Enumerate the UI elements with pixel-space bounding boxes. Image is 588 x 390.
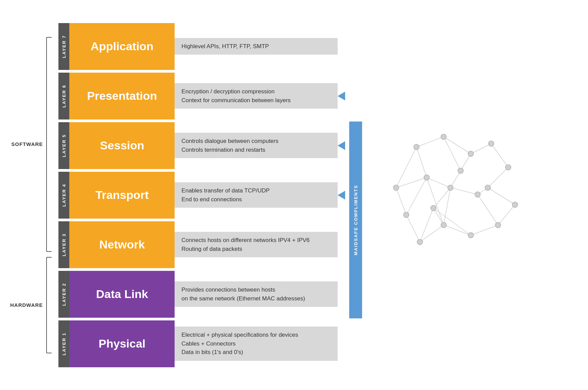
layer-number-2: LAYER 5	[58, 122, 69, 169]
network-node-3	[488, 141, 494, 146]
network-node-6	[512, 202, 518, 207]
layer-row-1: LAYER 6PresentationEncryption / decrypti…	[58, 73, 338, 119]
network-node-7	[495, 222, 501, 228]
layer-row-4: LAYER 3NetworkConnects hosts on differen…	[58, 221, 338, 268]
main-container: SOFTWARE HARDWARE LAYER 7ApplicationHigh…	[0, 0, 588, 390]
maidsafe-label: MAIDSAFE COMPLIMENTS	[353, 185, 358, 255]
network-edge	[471, 225, 498, 235]
network-node-8	[468, 233, 474, 238]
layer-row-5: LAYER 2Data LinkProvides connections bet…	[58, 271, 338, 318]
network-svg	[376, 127, 532, 262]
network-edge	[406, 215, 420, 242]
layer-number-4: LAYER 3	[58, 221, 69, 268]
maidsafe-section: MAIDSAFE COMPLIMENTS	[338, 72, 362, 318]
network-edge	[427, 178, 450, 188]
network-node-17	[458, 168, 463, 173]
layer-desc-6: Electrical + physical specifications for…	[175, 327, 338, 361]
network-node-1	[441, 134, 446, 140]
network-edge	[498, 205, 515, 225]
software-bracket-svg	[45, 36, 55, 253]
network-node-4	[505, 165, 511, 170]
layer-number-1: LAYER 6	[58, 73, 69, 119]
network-node-9	[441, 222, 446, 228]
layers-container: LAYER 7ApplicationHighlevel APIs, HTTP, …	[58, 23, 338, 367]
layer-name-2: Session	[69, 122, 175, 169]
layer-row-2: LAYER 5SessionControls dialogue between …	[58, 122, 338, 169]
network-edge	[416, 137, 444, 147]
bracket-area: SOFTWARE HARDWARE	[10, 36, 55, 355]
layer-row-3: LAYER 4TransportEnables transfer of data…	[58, 172, 338, 219]
layer-desc-3: Enables transfer of data TCP/UDPEnd to e…	[175, 182, 338, 208]
layer-desc-1: Encryption / decryption compressionConte…	[175, 83, 338, 109]
software-group: SOFTWARE	[11, 36, 55, 253]
network-node-16	[431, 205, 436, 211]
layer-number-6: LAYER 1	[58, 320, 69, 367]
network-edge	[416, 147, 427, 178]
layer-name-1: Presentation	[69, 73, 175, 119]
layer-desc-2: Controls dialogue between computersContr…	[175, 133, 338, 158]
network-node-13	[424, 175, 429, 180]
network-edge	[478, 194, 498, 225]
network-edge	[488, 167, 508, 188]
layer-name-6: Physical	[69, 320, 175, 367]
layer-name-3: Transport	[69, 172, 175, 219]
software-label: SOFTWARE	[11, 141, 43, 147]
layer-row-6: LAYER 1PhysicalElectrical + physical spe…	[58, 320, 338, 367]
hardware-label: HARDWARE	[10, 302, 43, 308]
network-edge	[433, 188, 450, 208]
layer-name-0: Application	[69, 23, 175, 70]
layer-row-0: LAYER 7ApplicationHighlevel APIs, HTTP, …	[58, 23, 338, 70]
layer-number-0: LAYER 7	[58, 23, 69, 70]
layer-number-5: LAYER 2	[58, 271, 69, 318]
network-node-15	[475, 192, 480, 197]
network-node-2	[468, 151, 474, 156]
network-node-12	[393, 185, 399, 190]
network-edge	[433, 208, 471, 235]
network-edge	[427, 178, 444, 225]
layer-name-5: Data Link	[69, 271, 175, 318]
network-edge	[491, 144, 508, 167]
layer-name-4: Network	[69, 221, 175, 268]
layer-desc-5: Provides connections between hostson the…	[175, 281, 338, 307]
network-edge	[450, 188, 478, 194]
network-edge	[488, 188, 515, 205]
layer-desc-4: Connects hosts on different networks IPV…	[175, 232, 338, 257]
network-node-0	[414, 144, 419, 150]
maidsafe-bar: MAIDSAFE COMPLIMENTS	[349, 122, 362, 318]
network-node-5	[485, 185, 491, 190]
network-node-10	[417, 239, 423, 245]
network-node-14	[448, 185, 453, 190]
layer-number-3: LAYER 4	[58, 172, 69, 219]
network-edge	[471, 144, 491, 154]
hardware-bracket-svg	[45, 256, 55, 355]
network-edge	[396, 147, 416, 188]
arrows-area	[339, 72, 349, 318]
network-node-11	[404, 212, 409, 218]
network-diagram	[376, 127, 532, 264]
layer-desc-0: Highlevel APIs, HTTP, FTP, SMTP	[175, 38, 338, 55]
network-edge	[396, 188, 406, 215]
hardware-group: HARDWARE	[10, 256, 55, 355]
network-edge	[444, 225, 471, 235]
